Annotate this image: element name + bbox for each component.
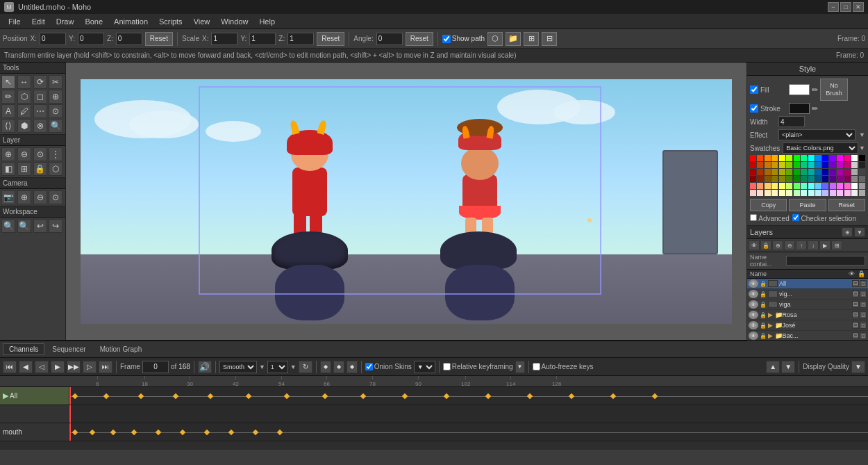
swatch-61[interactable] <box>844 176 851 182</box>
onion-skins-label[interactable]: Onion Skins <box>365 363 412 370</box>
swatch-84[interactable] <box>779 190 785 196</box>
layer-icon-2-1[interactable]: □ <box>860 291 867 297</box>
keyframe-5[interactable] <box>208 393 213 398</box>
keyframe-2[interactable] <box>103 393 109 398</box>
swatch-5[interactable] <box>786 155 792 161</box>
fps-select[interactable]: 1 <box>267 361 288 373</box>
stroke-color-swatch[interactable] <box>789 103 810 114</box>
swatch-54[interactable] <box>794 176 800 182</box>
keyframe-7[interactable] <box>284 393 290 398</box>
swatch-93[interactable] <box>844 190 851 196</box>
swatch-1[interactable] <box>757 155 763 161</box>
scale-z-input[interactable] <box>287 33 314 45</box>
swatch-36[interactable] <box>779 169 785 175</box>
layer-btn-6[interactable]: 🔒 <box>33 162 47 176</box>
swatch-90[interactable] <box>822 190 828 196</box>
swatch-74[interactable] <box>822 183 828 189</box>
swatch-26[interactable] <box>822 162 828 168</box>
swatch-65[interactable] <box>757 183 763 189</box>
layer-lock-1[interactable]: 🔒 <box>760 291 767 297</box>
swatch-56[interactable] <box>808 176 815 182</box>
checker-label[interactable]: Checker selection <box>792 214 856 222</box>
swatch-88[interactable] <box>808 190 815 196</box>
swatch-94[interactable] <box>851 190 858 196</box>
keyframe-8[interactable] <box>322 393 328 398</box>
keyframe-15[interactable] <box>610 393 616 398</box>
tool-btn-11[interactable]: ⊙ <box>49 104 62 118</box>
layer-icon-2-0[interactable]: □ <box>860 280 867 287</box>
swatch-85[interactable] <box>786 190 792 196</box>
swatch-8[interactable] <box>808 155 815 161</box>
mouth-kf-4[interactable] <box>131 429 137 434</box>
swatch-58[interactable] <box>822 176 828 182</box>
swatch-68[interactable] <box>779 183 785 189</box>
swatch-6[interactable] <box>794 155 800 161</box>
stroke-edit-icon[interactable]: ✏ <box>812 104 818 113</box>
swatch-67[interactable] <box>771 183 778 189</box>
copy-button[interactable]: Copy <box>750 199 787 211</box>
swatch-73[interactable] <box>815 183 821 189</box>
layer-row-2[interactable]: 👁 🔒 viga ☐ □ <box>747 300 868 310</box>
swatch-64[interactable] <box>750 183 756 189</box>
quality-arrow[interactable]: ▼ <box>851 361 865 373</box>
tab-sequencer[interactable]: Sequencer <box>46 343 92 355</box>
next-frame-button[interactable]: ▷ <box>83 361 97 373</box>
layer-row-0[interactable]: 👁 🔒 All ☐ □ <box>747 279 868 289</box>
tool-btn-9[interactable]: 🖊 <box>17 104 31 118</box>
rel-key-btn[interactable]: ▼ <box>515 361 525 373</box>
paste-button[interactable]: Paste <box>789 199 826 211</box>
keyframe-12[interactable] <box>485 393 491 398</box>
layer-row-3[interactable]: 👁 🔒 ▶ 📁 Rosa ☐ □ <box>747 310 868 320</box>
swatch-66[interactable] <box>765 183 771 189</box>
layer-eye-1[interactable]: 👁 <box>749 290 758 298</box>
swatch-53[interactable] <box>786 176 792 182</box>
smooth-select[interactable]: Smooth <box>219 361 257 373</box>
play-button[interactable]: ▶ <box>51 361 65 373</box>
keyframe-1[interactable] <box>72 393 78 398</box>
layer-merge-icon[interactable]: ⊞ <box>831 240 842 250</box>
layer-tb-6[interactable]: ↓ <box>808 240 819 250</box>
swatch-95[interactable] <box>859 190 865 196</box>
toolbar-icon-1[interactable]: ⬡ <box>487 32 503 46</box>
swatch-79[interactable] <box>859 183 865 189</box>
toolbar-icon-3[interactable]: ⊞ <box>524 32 539 46</box>
tool-btn-6[interactable]: ◻ <box>33 90 47 104</box>
tool-btn-4[interactable]: ✏ <box>1 90 15 104</box>
relative-keyframing-checkbox[interactable] <box>443 363 451 370</box>
keyframe-10[interactable] <box>402 393 408 398</box>
swatch-35[interactable] <box>771 169 778 175</box>
mouth-kf-7[interactable] <box>204 429 210 434</box>
swatch-9[interactable] <box>815 155 821 161</box>
swatch-55[interactable] <box>801 176 807 182</box>
swatch-38[interactable] <box>794 169 800 175</box>
swatch-21[interactable] <box>786 162 792 168</box>
menu-item-file[interactable]: File <box>3 14 26 29</box>
swatch-34[interactable] <box>765 169 771 175</box>
swatch-40[interactable] <box>808 169 815 175</box>
keyframe-14[interactable] <box>569 393 574 398</box>
swatch-77[interactable] <box>844 183 851 189</box>
swatch-91[interactable] <box>830 190 836 196</box>
layer-lock-3[interactable]: 🔒 <box>760 312 767 318</box>
layer-icon-2-4[interactable]: □ <box>860 322 867 329</box>
mouth-kf-3[interactable] <box>110 429 116 434</box>
layers-search-input[interactable] <box>786 256 865 266</box>
swatch-82[interactable] <box>765 190 771 196</box>
swatch-7[interactable] <box>801 155 807 161</box>
swatch-30[interactable] <box>851 162 858 168</box>
layer-tb-5[interactable]: ↑ <box>796 240 807 250</box>
layer-tb-2[interactable]: 🔒 <box>760 240 771 250</box>
camera-btn-3[interactable]: ⊙ <box>49 190 62 204</box>
fill-checkbox[interactable] <box>750 85 758 94</box>
layer-eye-2[interactable]: 👁 <box>749 300 758 309</box>
layer-btn-4[interactable]: ◧ <box>1 162 15 176</box>
layer-btn-3[interactable]: ⋮ <box>49 147 62 161</box>
scale-y-input[interactable] <box>249 33 276 45</box>
swatch-43[interactable] <box>830 169 836 175</box>
track-empty-content[interactable] <box>69 405 868 423</box>
sound-button[interactable]: 🔊 <box>198 361 212 373</box>
swatch-50[interactable] <box>765 176 771 182</box>
tool-btn-14[interactable]: ⊗ <box>33 119 47 133</box>
swatch-23[interactable] <box>801 162 807 168</box>
swatch-45[interactable] <box>844 169 851 175</box>
